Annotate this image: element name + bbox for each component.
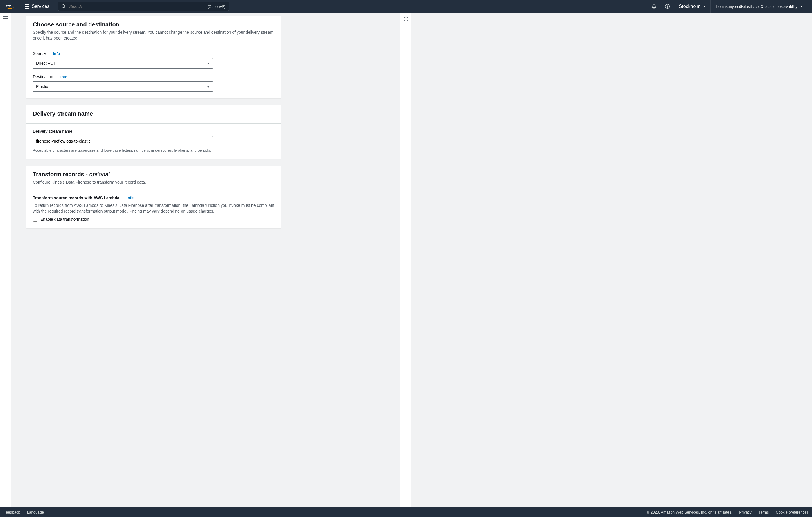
chevron-down-icon: ▼ xyxy=(207,62,210,65)
destination-info-link[interactable]: Info xyxy=(60,75,67,79)
stream-name-help: Acceptable characters are uppercase and … xyxy=(33,148,274,152)
destination-value: Elastic xyxy=(36,84,48,89)
search-container: [Option+S] xyxy=(58,2,229,11)
services-menu-button[interactable]: Services xyxy=(20,0,54,13)
panel-desc-transform: Configure Kinesis Data Firehose to trans… xyxy=(33,179,274,185)
source-label: Source xyxy=(33,51,46,56)
help-button[interactable] xyxy=(661,0,674,13)
main-content: Choose source and destination Specify th… xyxy=(11,13,400,507)
help-icon xyxy=(665,4,670,9)
left-nav-rail xyxy=(0,13,11,507)
grid-icon xyxy=(25,4,29,9)
stream-name-input[interactable] xyxy=(33,136,213,146)
source-select[interactable]: Direct PUT ▼ xyxy=(33,58,213,68)
search-box[interactable]: [Option+S] xyxy=(58,2,229,11)
search-input[interactable] xyxy=(69,4,204,9)
svg-point-1 xyxy=(62,5,65,7)
divider xyxy=(123,196,123,200)
panel-stream-name: Delivery stream name Delivery stream nam… xyxy=(26,105,281,159)
open-nav-button[interactable] xyxy=(3,16,8,20)
enable-transform-label[interactable]: Enable data transformation xyxy=(40,217,89,222)
panel-desc-source-dest: Specify the source and the destination f… xyxy=(33,30,274,41)
region-selector[interactable]: Stockholm xyxy=(674,0,711,13)
bell-icon xyxy=(651,4,657,9)
top-nav: aws Services [Option+S] Stockholm thomas… xyxy=(0,0,812,13)
destination-select[interactable]: Elastic ▼ xyxy=(33,81,213,92)
panel-title-stream-name: Delivery stream name xyxy=(33,110,274,117)
svg-text:aws: aws xyxy=(5,4,11,7)
search-shortcut-hint: [Option+S] xyxy=(208,4,226,9)
svg-line-2 xyxy=(65,7,66,9)
region-label: Stockholm xyxy=(679,4,701,9)
enable-transform-checkbox[interactable] xyxy=(33,217,37,222)
panel-transform-records: Transform records - optional Configure K… xyxy=(26,166,281,228)
lambda-info-link[interactable]: Info xyxy=(126,196,134,200)
lambda-description: To return records from AWS Lambda to Kin… xyxy=(33,202,274,214)
services-label: Services xyxy=(32,4,49,9)
panel-source-destination: Choose source and destination Specify th… xyxy=(26,16,281,98)
user-label: thomas.myers@elastic.co @ elastic-observ… xyxy=(715,4,798,9)
info-icon xyxy=(403,16,409,22)
source-info-link[interactable]: Info xyxy=(53,51,60,56)
menu-icon xyxy=(3,16,8,20)
stream-name-label: Delivery stream name xyxy=(33,129,72,134)
right-help-rail xyxy=(400,13,411,507)
destination-label: Destination xyxy=(33,74,53,79)
lambda-section-label: Transform source records with AWS Lambda xyxy=(33,196,119,200)
chevron-down-icon: ▼ xyxy=(207,85,210,88)
open-help-button[interactable] xyxy=(403,16,409,22)
search-icon xyxy=(62,4,66,9)
divider xyxy=(57,74,57,79)
panel-title-source-dest: Choose source and destination xyxy=(33,21,274,28)
panel-title-transform: Transform records - optional xyxy=(33,171,274,178)
account-selector[interactable]: thomas.myers@elastic.co @ elastic-observ… xyxy=(710,0,807,13)
notifications-button[interactable] xyxy=(647,0,661,13)
source-value: Direct PUT xyxy=(36,61,56,66)
aws-logo[interactable]: aws xyxy=(5,0,20,13)
